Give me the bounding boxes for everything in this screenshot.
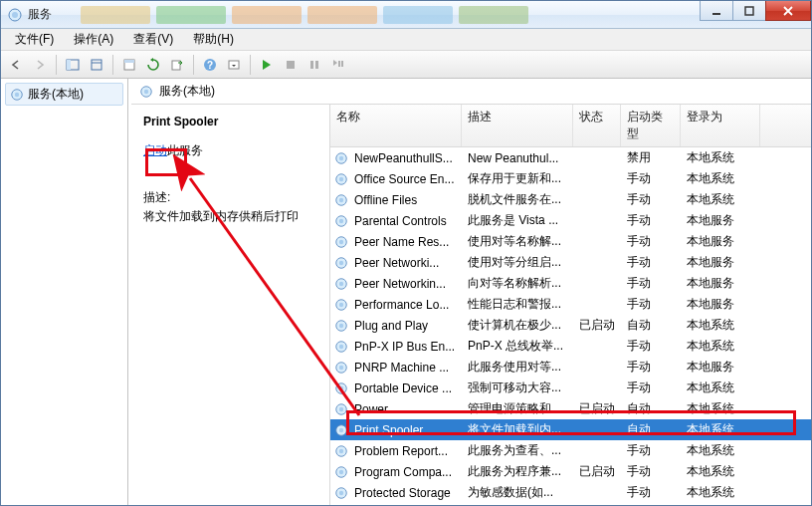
svg-point-54	[339, 469, 343, 473]
export-button[interactable]	[166, 54, 188, 76]
service-row[interactable]: Offline Files脱机文件服务在...手动本地系统	[330, 189, 811, 210]
gear-icon	[334, 256, 352, 270]
restart-service-button[interactable]	[327, 54, 349, 76]
svg-rect-16	[315, 61, 318, 69]
minimize-button[interactable]	[700, 1, 733, 21]
menu-file[interactable]: 文件(F)	[5, 28, 64, 51]
cell-logon: 本地系统	[685, 463, 764, 480]
content-split: Print Spooler 启动此服务 描述: 将文件加载到内存供稍后打印 名称…	[131, 105, 811, 505]
close-button[interactable]	[765, 1, 811, 21]
maximize-button[interactable]	[732, 1, 766, 21]
cell-startup: 自动	[625, 421, 685, 438]
start-link-suffix: 此服务	[167, 143, 203, 157]
gear-icon	[334, 361, 352, 375]
cell-name: Parental Controls	[352, 214, 466, 228]
cell-logon: 本地服务	[685, 254, 764, 271]
menu-help[interactable]: 帮助(H)	[183, 28, 244, 51]
service-row[interactable]: Peer Networkin...向对等名称解析...手动本地服务	[330, 273, 811, 294]
svg-point-32	[339, 239, 343, 243]
svg-rect-3	[745, 7, 753, 15]
cell-desc: 使用对等名称解...	[466, 233, 577, 250]
menu-view[interactable]: 查看(V)	[123, 28, 183, 51]
description-label: 描述:	[143, 189, 317, 206]
properties-button[interactable]	[118, 54, 140, 76]
svg-point-1	[12, 12, 18, 18]
service-row[interactable]: Peer Name Res...使用对等名称解...手动本地服务	[330, 231, 811, 252]
service-row[interactable]: Plug and Play使计算机在极少...已启动自动本地系统	[330, 315, 811, 336]
svg-rect-15	[310, 61, 313, 69]
cell-desc: PnP-X 总线枚举...	[466, 338, 577, 355]
right-header: 服务(本地)	[131, 79, 811, 105]
service-row[interactable]: Performance Lo...性能日志和警报...手动本地服务	[330, 294, 811, 315]
cell-logon: 本地系统	[685, 421, 764, 438]
service-row[interactable]: NewPeanuthullS...New Peanuthul...禁用本地系统	[330, 147, 811, 168]
cell-logon: 本地服务	[685, 296, 764, 313]
service-row[interactable]: Power管理电源策略和...已启动自动本地系统	[330, 398, 811, 419]
menu-action[interactable]: 操作(A)	[64, 28, 123, 51]
cell-logon: 本地服务	[685, 233, 764, 250]
cell-desc: 管理电源策略和...	[466, 400, 577, 417]
cell-name: Offline Files	[352, 193, 466, 207]
tree-root[interactable]: 服务(本地)	[5, 83, 123, 106]
stop-service-button[interactable]	[280, 54, 302, 76]
cell-desc: 将文件加载到内...	[466, 421, 577, 438]
service-row[interactable]: PNRP Machine ...此服务使用对等...手动本地服务	[330, 357, 811, 378]
forward-button[interactable]	[29, 54, 51, 76]
cell-name: Print Spooler	[352, 423, 466, 437]
svg-point-28	[339, 197, 343, 201]
service-row[interactable]: PnP-X IP Bus En...PnP-X 总线枚举...手动本地系统	[330, 336, 811, 357]
svg-rect-14	[287, 61, 295, 69]
back-button[interactable]	[5, 54, 27, 76]
export-list-button[interactable]	[86, 54, 107, 76]
pause-service-button[interactable]	[304, 54, 325, 76]
service-row[interactable]: Portable Device ...强制可移动大容...手动本地系统	[330, 378, 811, 398]
cell-startup: 手动	[625, 463, 685, 480]
cell-name: Performance Lo...	[352, 298, 466, 312]
gear-icon	[334, 486, 352, 500]
gear-icon	[334, 319, 352, 333]
cell-desc: 使用对等分组启...	[466, 254, 577, 271]
service-row[interactable]: Program Compa...此服务为程序兼...已启动手动本地系统	[330, 461, 811, 482]
col-name[interactable]: 名称	[330, 105, 462, 146]
cell-name: Peer Networkin...	[352, 277, 466, 291]
cell-startup: 手动	[625, 484, 685, 501]
cell-startup: 手动	[625, 338, 685, 355]
col-startup[interactable]: 启动类型	[621, 105, 681, 146]
start-service-button[interactable]	[256, 54, 278, 76]
col-desc[interactable]: 描述	[462, 105, 573, 146]
cell-name: PnP-X IP Bus En...	[352, 340, 466, 354]
service-row[interactable]: Print Spooler将文件加载到内...自动本地系统	[330, 419, 811, 440]
cell-startup: 自动	[625, 400, 685, 417]
service-row[interactable]: QQ Phone Mana...腾讯手机管家服...禁用本地系统	[330, 503, 811, 505]
svg-point-44	[339, 365, 343, 369]
cell-logon: 本地系统	[685, 484, 764, 501]
svg-point-22	[144, 89, 148, 93]
tree-pane: 服务(本地)	[1, 79, 128, 505]
start-link[interactable]: 启动	[143, 143, 167, 157]
service-row[interactable]: Office Source En...保存用于更新和...手动本地系统	[330, 168, 811, 189]
right-header-label: 服务(本地)	[159, 83, 215, 100]
cell-logon: 本地服务	[685, 275, 764, 292]
service-row[interactable]: Parental Controls此服务是 Vista ...手动本地服务	[330, 210, 811, 231]
show-hide-tree-button[interactable]	[62, 54, 84, 76]
refresh-button[interactable]	[142, 54, 164, 76]
action-dropdown-button[interactable]	[223, 54, 245, 76]
col-logon[interactable]: 登录为	[681, 105, 760, 146]
services-list[interactable]: 名称 描述 状态 启动类型 登录为 NewPeanuthullS...New P…	[330, 105, 811, 505]
cell-status: 已启动	[577, 463, 625, 480]
service-row[interactable]: Problem Report...此服务为查看、...手动本地系统	[330, 440, 811, 461]
help-button[interactable]: ?	[199, 54, 221, 76]
service-row[interactable]: Peer Networki...使用对等分组启...手动本地服务	[330, 252, 811, 273]
cell-logon: 本地服务	[685, 212, 764, 229]
col-status[interactable]: 状态	[573, 105, 621, 146]
gear-icon	[334, 151, 352, 165]
gear-icon	[334, 465, 352, 479]
cell-desc: 此服务使用对等...	[466, 359, 577, 376]
svg-point-24	[339, 155, 343, 159]
svg-point-48	[339, 406, 343, 410]
cell-desc: 强制可移动大容...	[466, 380, 577, 396]
cell-name: Protected Storage	[352, 486, 466, 500]
svg-rect-10	[172, 61, 180, 70]
service-row[interactable]: Protected Storage为敏感数据(如...手动本地系统	[330, 482, 811, 503]
cell-name: Power	[352, 402, 466, 416]
